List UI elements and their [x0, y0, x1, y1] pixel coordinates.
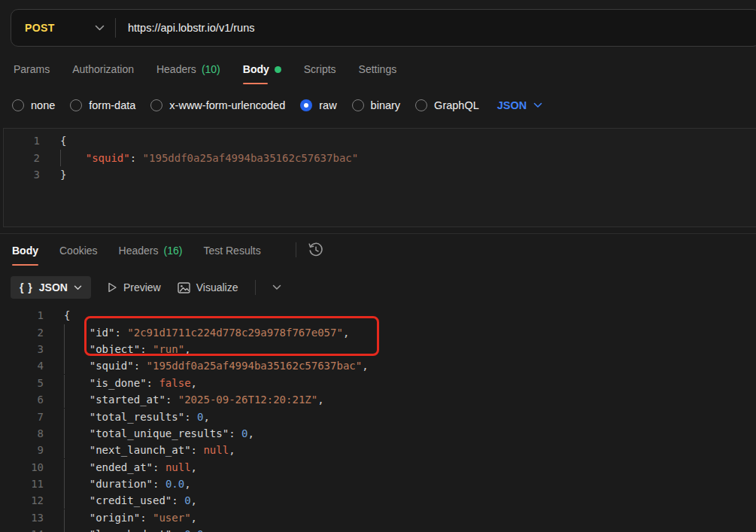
code-line: 4 "squid": "195ddf0a25af4994ba35162c5763… — [0, 357, 756, 374]
code-text: "started_at": "2025-09-26T12:20:21Z", — [64, 394, 324, 406]
headers-count-badge: (10) — [202, 63, 220, 75]
code-text: "total_results": 0, — [64, 411, 210, 423]
divider — [296, 242, 296, 257]
image-icon — [178, 282, 190, 293]
code-text: { — [60, 135, 66, 147]
code-line: 13 "origin": "user", — [0, 509, 756, 526]
line-number: 6 — [0, 394, 44, 406]
radio-form-data[interactable]: form-data — [70, 99, 135, 111]
divider — [255, 280, 256, 295]
tab-label: Headers — [119, 245, 159, 257]
response-body-viewer[interactable]: 1{2 "id": "2c91d1711c224d778c29a978f767e… — [0, 307, 756, 532]
code-text: } — [60, 169, 66, 181]
line-number: 13 — [0, 512, 44, 524]
code-line: 3} — [4, 166, 756, 183]
code-line: 10 "ended_at": null, — [0, 459, 756, 476]
format-label: JSON — [497, 99, 527, 111]
line-number: 1 — [4, 135, 40, 147]
raw-format-dropdown[interactable]: JSON — [497, 99, 543, 111]
radio-label: form-data — [89, 99, 135, 111]
response-tab-headers[interactable]: Headers(16) — [119, 245, 183, 266]
code-text: "is_done": false, — [64, 377, 197, 389]
response-tab-body[interactable]: Body — [12, 245, 38, 266]
code-line: 14 "launched_at": 0.0 — [0, 526, 756, 532]
radio-selected-icon — [300, 99, 312, 111]
tab-label: Settings — [359, 63, 397, 75]
code-text: "launched_at": 0.0 — [64, 528, 203, 532]
tab-label: Cookies — [59, 245, 98, 257]
url-input[interactable]: https://api.lobstr.io/v1/runs — [116, 22, 756, 34]
radio-raw[interactable]: raw — [300, 99, 336, 111]
tab-label: Headers — [156, 63, 196, 75]
code-line: 9 "next_launch_at": null, — [0, 442, 756, 458]
code-text: "credit_used": 0, — [64, 494, 197, 506]
response-tab-test-results[interactable]: Test Results — [203, 245, 260, 266]
line-number: 5 — [0, 377, 44, 389]
method-label: POST — [25, 22, 55, 34]
tab-settings[interactable]: Settings — [359, 63, 397, 84]
chevron-down-icon — [533, 102, 542, 108]
line-number: 2 — [4, 152, 40, 164]
radio-x-www-form-urlencoded[interactable]: x-www-form-urlencoded — [150, 99, 285, 111]
url-bar: POST https://api.lobstr.io/v1/runs — [11, 9, 756, 47]
radio-icon — [70, 99, 82, 111]
tab-label: Body — [243, 63, 269, 75]
code-line: 1{ — [4, 132, 756, 149]
radio-binary[interactable]: binary — [352, 99, 401, 111]
preview-label: Preview — [123, 281, 161, 293]
format-label: JSON — [39, 281, 68, 293]
radio-none[interactable]: none — [12, 99, 55, 111]
line-number: 3 — [4, 169, 40, 181]
line-number: 3 — [0, 343, 44, 355]
code-text: "origin": "user", — [64, 512, 197, 524]
response-tab-cookies[interactable]: Cookies — [59, 245, 98, 266]
code-line: 2 "squid": "195ddf0a25af4994ba35162c5763… — [4, 149, 756, 166]
line-number: 4 — [0, 360, 44, 372]
radio-icon — [150, 99, 162, 111]
preview-button[interactable]: Preview — [108, 281, 161, 293]
visualize-button[interactable]: Visualize — [178, 281, 238, 293]
response-toolbar: { } JSON Preview Visualize — [0, 276, 756, 299]
radio-label: binary — [371, 99, 401, 111]
chevron-down-icon — [74, 285, 82, 290]
response-tabs: Body Cookies Headers(16) Test Results — [0, 243, 756, 266]
line-number: 9 — [0, 444, 44, 456]
response-pane: Body Cookies Headers(16) Test Results { … — [0, 243, 756, 532]
response-format-dropdown[interactable]: { } JSON — [11, 276, 91, 299]
chevron-down-icon[interactable] — [272, 284, 281, 290]
chevron-down-icon — [95, 25, 105, 31]
body-modified-dot-icon — [275, 66, 281, 73]
tab-params[interactable]: Params — [14, 63, 50, 84]
radio-label: x-www-form-urlencoded — [169, 99, 285, 111]
code-text: "ended_at": null, — [64, 461, 197, 473]
tab-label: Params — [14, 63, 50, 75]
code-text: { — [64, 309, 70, 321]
code-line: 8 "total_unique_results": 0, — [0, 425, 756, 442]
radio-label: none — [31, 99, 55, 111]
tab-label: Test Results — [203, 245, 260, 257]
code-line: 5 "is_done": false, — [0, 375, 756, 391]
radio-label: GraphQL — [434, 99, 479, 111]
method-dropdown[interactable]: POST — [11, 22, 115, 34]
line-number: 11 — [0, 478, 44, 490]
visualize-label: Visualize — [196, 281, 238, 293]
line-number: 1 — [0, 309, 44, 321]
code-text: "next_launch_at": null, — [64, 444, 235, 456]
code-text: "squid": "195ddf0a25af4994ba35162c57637b… — [60, 152, 358, 164]
line-number: 12 — [0, 494, 44, 506]
tab-body[interactable]: Body — [243, 63, 281, 84]
code-line: 6 "started_at": "2025-09-26T12:20:21Z", — [0, 391, 756, 408]
tab-authorization[interactable]: Authorization — [72, 63, 134, 84]
braces-icon: { } — [20, 281, 33, 293]
tab-scripts[interactable]: Scripts — [304, 63, 336, 84]
radio-graphql[interactable]: GraphQL — [415, 99, 479, 111]
history-icon[interactable] — [307, 242, 323, 258]
code-text: "duration": 0.0, — [64, 478, 191, 490]
line-number: 14 — [0, 528, 44, 532]
code-line: 12 "credit_used": 0, — [0, 492, 756, 509]
code-text: "object": "run", — [64, 343, 191, 355]
request-body-editor[interactable]: 1{2 "squid": "195ddf0a25af4994ba35162c57… — [3, 128, 756, 227]
tab-headers[interactable]: Headers(10) — [156, 63, 220, 84]
code-line: 3 "object": "run", — [0, 341, 756, 357]
request-tabs: Params Authorization Headers(10) Body Sc… — [0, 59, 756, 84]
